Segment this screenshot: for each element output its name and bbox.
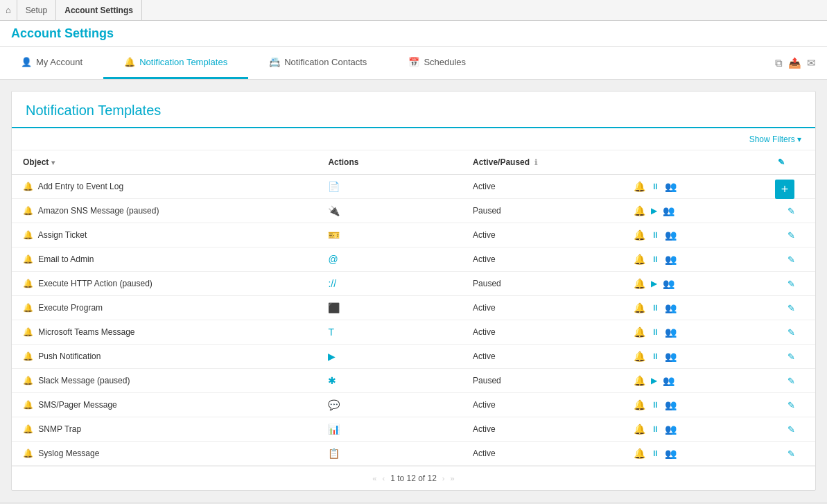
cell-status: Active — [462, 320, 623, 345]
action-type-icon[interactable]: 🔌 — [328, 205, 340, 216]
play-icon[interactable]: ▶ — [651, 376, 657, 385]
email-icon[interactable]: ✉ — [807, 57, 816, 69]
edit-icon[interactable]: ✎ — [787, 206, 795, 216]
bell-control-icon[interactable]: 🔔 — [634, 424, 645, 435]
action-type-icon[interactable]: ▶ — [328, 351, 336, 362]
table-row: 🔔 Microsoft Teams Message T Active 🔔 ⏸ 👥… — [12, 320, 815, 345]
cell-object: 🔔 Execute HTTP Action (paused) — [12, 272, 317, 296]
pause-icon[interactable]: ⏸ — [651, 351, 659, 361]
pause-icon[interactable]: ⏸ — [651, 424, 659, 434]
action-type-icon[interactable]: @ — [328, 254, 338, 265]
pause-icon[interactable]: ⏸ — [651, 230, 659, 240]
group-icon[interactable]: 👥 — [665, 229, 677, 241]
edit-icon[interactable]: ✎ — [787, 230, 795, 241]
group-icon[interactable]: 👥 — [665, 181, 677, 192]
edit-icon[interactable]: ✎ — [787, 449, 795, 459]
action-type-icon[interactable]: 📊 — [328, 424, 340, 435]
bell-control-icon[interactable]: 🔔 — [634, 327, 645, 338]
table-row: 🔔 Push Notification ▶ Active 🔔 ⏸ 👥 ✎ — [12, 345, 815, 369]
play-icon[interactable]: ▶ — [651, 206, 657, 216]
next-page-button[interactable]: › — [442, 474, 445, 483]
bell-control-icon[interactable]: 🔔 — [634, 448, 645, 459]
edit-icon[interactable]: ✎ — [787, 254, 795, 265]
cell-object: 🔔 Execute Program — [12, 296, 317, 320]
cell-actions: 🔌 — [317, 199, 462, 223]
tab-schedules[interactable]: 📅 Schedules — [388, 47, 487, 79]
bell-control-icon[interactable]: 🔔 — [634, 351, 645, 362]
play-icon[interactable]: ▶ — [651, 279, 657, 288]
notification-icon: 🔔 — [23, 376, 33, 385]
group-icon[interactable]: 👥 — [665, 399, 677, 410]
notification-icon: 🔔 — [23, 254, 33, 264]
cell-actions: 📋 — [317, 442, 462, 466]
browser-tab-account-settings[interactable]: Account Settings — [56, 0, 142, 21]
content-card: Notification Templates + Show Filters ▾ … — [11, 91, 816, 491]
tab-my-account[interactable]: 👤 My Account — [0, 47, 103, 79]
cell-status: Paused — [462, 272, 623, 296]
copy-icon[interactable]: ⧉ — [775, 57, 783, 69]
bell-control-icon[interactable]: 🔔 — [634, 254, 645, 265]
action-type-icon[interactable]: 📄 — [328, 181, 340, 192]
cell-status: Active — [462, 223, 623, 247]
cell-status: Active — [462, 247, 623, 272]
table-row: 🔔 Execute HTTP Action (paused) :// Pause… — [12, 272, 815, 296]
group-icon[interactable]: 👥 — [665, 424, 677, 435]
nav-tabs-bar: 👤 My Account 🔔 Notification Templates 📇 … — [0, 47, 827, 80]
show-filters-link[interactable]: Show Filters ▾ — [749, 134, 801, 144]
pause-icon[interactable]: ⏸ — [651, 182, 659, 191]
group-icon[interactable]: 👥 — [665, 351, 677, 362]
bell-control-icon[interactable]: 🔔 — [634, 399, 645, 410]
edit-icon[interactable]: ✎ — [787, 400, 795, 410]
prev-page-button[interactable]: ‹ — [382, 474, 385, 483]
bell-control-icon[interactable]: 🔔 — [634, 375, 645, 386]
action-type-icon[interactable]: ✱ — [328, 375, 336, 386]
edit-icon[interactable]: ✎ — [787, 376, 795, 386]
tab-notification-templates[interactable]: 🔔 Notification Templates — [103, 47, 248, 79]
bell-nav-icon: 🔔 — [124, 57, 135, 67]
pause-icon[interactable]: ⏸ — [651, 303, 659, 313]
action-type-icon[interactable]: :// — [328, 278, 336, 289]
last-page-button[interactable]: » — [451, 474, 455, 483]
edit-icon[interactable]: ✎ — [787, 424, 795, 435]
cell-edit: ✎ — [767, 393, 815, 417]
tab-my-account-label: My Account — [36, 57, 82, 67]
group-icon[interactable]: 👥 — [665, 448, 677, 459]
action-type-icon[interactable]: 💬 — [328, 399, 340, 410]
bell-control-icon[interactable]: 🔔 — [634, 302, 645, 313]
home-icon: ⌂ — [6, 5, 11, 15]
edit-icon[interactable]: ✎ — [787, 327, 795, 338]
th-actions: Actions — [317, 150, 462, 175]
group-icon[interactable]: 👥 — [665, 254, 677, 265]
edit-icon[interactable]: ✎ — [787, 303, 795, 313]
cell-object: 🔔 Assign Ticket — [12, 223, 317, 247]
action-type-icon[interactable]: ⬛ — [328, 302, 340, 313]
browser-tab-setup[interactable]: Setup — [17, 0, 56, 21]
group-icon[interactable]: 👥 — [665, 327, 677, 338]
th-object[interactable]: Object ▾ — [12, 150, 317, 175]
group-icon[interactable]: 👥 — [663, 205, 674, 216]
edit-all-icon[interactable]: ✎ — [778, 157, 785, 167]
edit-icon[interactable]: ✎ — [787, 351, 795, 362]
bell-control-icon[interactable]: 🔔 — [634, 229, 645, 241]
export-icon[interactable]: 📤 — [788, 57, 801, 69]
notification-icon: 🔔 — [23, 206, 33, 216]
action-type-icon[interactable]: 📋 — [328, 448, 340, 459]
group-icon[interactable]: 👥 — [663, 278, 674, 289]
edit-icon[interactable]: ✎ — [787, 279, 795, 289]
pause-icon[interactable]: ⏸ — [651, 254, 659, 264]
pause-icon[interactable]: ⏸ — [651, 400, 659, 410]
bell-control-icon[interactable]: 🔔 — [634, 205, 645, 216]
bell-control-icon[interactable]: 🔔 — [634, 278, 645, 289]
group-icon[interactable]: 👥 — [663, 375, 674, 386]
action-type-icon[interactable]: T — [328, 327, 334, 338]
action-type-icon[interactable]: 🎫 — [328, 229, 340, 241]
pause-icon[interactable]: ⏸ — [651, 327, 659, 337]
group-icon[interactable]: 👥 — [665, 302, 677, 313]
tab-notification-contacts[interactable]: 📇 Notification Contacts — [248, 47, 388, 79]
pause-icon[interactable]: ⏸ — [651, 449, 659, 458]
th-controls — [623, 150, 767, 175]
add-template-button[interactable]: + — [775, 180, 794, 199]
cell-edit: ✎ — [767, 223, 815, 247]
bell-control-icon[interactable]: 🔔 — [634, 181, 645, 192]
first-page-button[interactable]: « — [372, 474, 376, 483]
